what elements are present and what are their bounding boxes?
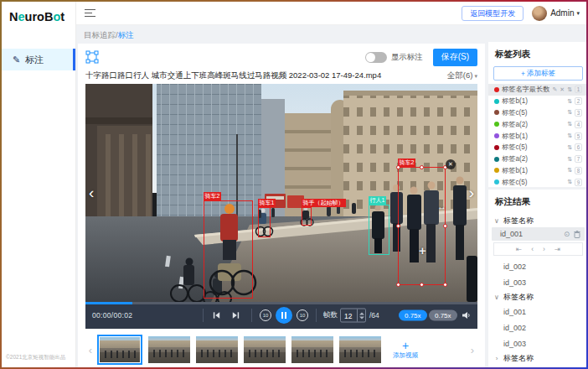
- thumbnail[interactable]: [244, 336, 286, 363]
- speed-pill-active[interactable]: 0.75x: [399, 310, 427, 321]
- add-video-button[interactable]: + 添加视频: [386, 340, 425, 360]
- sort-icon[interactable]: ⇅: [567, 167, 572, 174]
- progress-bar[interactable]: [85, 302, 477, 304]
- bbox-pedestrian-1[interactable]: 行人1: [369, 205, 389, 255]
- avatar[interactable]: [532, 6, 547, 21]
- label-order: 5: [575, 133, 582, 140]
- sort-icon[interactable]: ⇅: [567, 121, 572, 127]
- result-item[interactable]: id_002: [493, 320, 583, 335]
- result-group-header[interactable]: ∨ 标签名称: [493, 214, 583, 227]
- step-down-icon[interactable]: [359, 316, 364, 319]
- seek-back-10-icon[interactable]: 10: [260, 309, 271, 321]
- result-item[interactable]: id_003: [493, 274, 583, 290]
- breadcrumb-parent[interactable]: 目标追踪: [84, 30, 116, 39]
- bbox-selected[interactable]: 骑车2 ✕: [398, 167, 446, 285]
- sort-icon[interactable]: ⇅: [567, 109, 572, 116]
- result-item[interactable]: id_003: [493, 335, 583, 351]
- thumbnail-selected[interactable]: [97, 335, 142, 365]
- result-group-header[interactable]: ∨ 标签名称: [493, 290, 583, 304]
- video-title: 十字路口路口行人 城市交通上下班高峰斑马线过马路视频 2022-03-02 17…: [85, 70, 381, 81]
- trash-icon[interactable]: [574, 231, 580, 238]
- resize-handle[interactable]: [396, 165, 400, 169]
- sort-icon[interactable]: ⇅: [567, 86, 572, 93]
- edit-label-icon[interactable]: ✎: [552, 86, 557, 93]
- breadcrumb-current[interactable]: 标注: [118, 30, 134, 39]
- sort-icon[interactable]: ⇅: [567, 98, 572, 105]
- filter-dropdown[interactable]: 全部(6)▾: [447, 70, 477, 81]
- caret-down-icon[interactable]: ▾: [576, 10, 580, 17]
- result-item-selected[interactable]: id_001 ⊙: [492, 227, 585, 241]
- add-label-button[interactable]: + 添加标签: [493, 66, 583, 81]
- next-frame-icon[interactable]: ›: [543, 245, 545, 253]
- label-row[interactable]: 标签b(1) ⇅ 8: [488, 165, 586, 177]
- bbox-label: 骑车2: [204, 192, 222, 200]
- locate-icon[interactable]: ⊙: [564, 230, 570, 238]
- show-annotations-toggle[interactable]: [365, 52, 387, 63]
- first-frame-icon[interactable]: ⇤: [516, 245, 522, 253]
- video-canvas[interactable]: 骑车2 骑车1 骑手（起始帧） 行人1 骑车2 ✕: [85, 84, 477, 302]
- step-up-icon[interactable]: [359, 312, 364, 314]
- label-row[interactable]: 标签b(1) ⇅ 5: [488, 130, 586, 142]
- filmstrip-left-icon[interactable]: ‹: [85, 344, 95, 356]
- thumbnail[interactable]: [196, 336, 238, 363]
- label-row[interactable]: 标签名字最长数... ✎ ✕ ⇅ 1: [488, 84, 586, 96]
- label-row[interactable]: 标签b(1) ⇅ 2: [488, 96, 586, 107]
- thumbnail[interactable]: [291, 336, 333, 363]
- pause-button[interactable]: [276, 307, 292, 324]
- resize-handle[interactable]: [420, 165, 424, 169]
- sort-icon[interactable]: ⇅: [567, 179, 572, 185]
- frame-number-stepper[interactable]: [340, 309, 366, 323]
- resize-handle[interactable]: [443, 283, 447, 287]
- label-row[interactable]: 标签c(5) ⇅ 9: [488, 176, 586, 188]
- next-video-arrow[interactable]: ›: [469, 184, 474, 200]
- next-frame-icon[interactable]: [231, 311, 240, 320]
- last-frame-icon[interactable]: ⇥: [554, 245, 560, 253]
- label-row[interactable]: 标签c(5) ⇅ 3: [488, 107, 586, 119]
- result-group-header[interactable]: › 标签名称: [493, 351, 583, 365]
- prev-frame-icon[interactable]: [212, 311, 221, 320]
- seek-forward-10-icon[interactable]: 10: [297, 309, 308, 321]
- label-order: 7: [575, 155, 582, 163]
- delete-label-icon[interactable]: ✕: [560, 86, 565, 93]
- resize-handle[interactable]: [443, 224, 447, 228]
- result-item[interactable]: id_002: [493, 258, 583, 274]
- prev-frame-icon[interactable]: ‹: [531, 245, 534, 253]
- result-item[interactable]: id_001: [493, 304, 583, 320]
- filter-label: 全部(6): [447, 70, 473, 80]
- sort-icon[interactable]: ⇅: [567, 156, 572, 163]
- annotation-results-panel: 标注结果 ∨ 标签名称 id_001 ⊙ ⇤ ‹ › ⇥ id_002 id_0…: [488, 190, 586, 367]
- bbox-label: 行人1: [369, 196, 387, 205]
- save-button[interactable]: 保存(S): [433, 49, 477, 66]
- sort-icon[interactable]: ⇅: [567, 133, 572, 139]
- label-color-dot: [494, 87, 499, 92]
- menu-fold-icon[interactable]: [85, 7, 95, 19]
- result-id: id_001: [500, 230, 523, 238]
- label-row[interactable]: 标签a(2) ⇅ 7: [488, 153, 586, 165]
- back-to-model-dev-button[interactable]: 返回模型开发: [462, 6, 524, 21]
- stepper-arrows[interactable]: [357, 309, 365, 322]
- add-label-text: 添加标签: [527, 69, 555, 79]
- label-row[interactable]: 标签a(2) ⇅ 4: [488, 118, 586, 130]
- thumbnail[interactable]: [148, 336, 190, 363]
- label-row[interactable]: 标签c(5) ⇅ 6: [488, 142, 586, 153]
- resize-handle[interactable]: [396, 224, 400, 228]
- bbox-tool-icon[interactable]: [85, 50, 99, 64]
- frame-number-input[interactable]: [341, 309, 357, 322]
- sidebar-item-annotate[interactable]: ✎ 标注: [2, 49, 75, 70]
- speed-pill[interactable]: 0.75x: [429, 310, 457, 321]
- delete-box-icon[interactable]: ✕: [446, 159, 456, 169]
- sort-icon[interactable]: ⇅: [567, 144, 572, 151]
- bbox-cyclist-2[interactable]: 骑车2: [204, 200, 253, 299]
- user-name[interactable]: Admin: [550, 8, 574, 18]
- bbox-rider-start-frame[interactable]: 骑手（起始帧）: [302, 207, 312, 226]
- filmstrip-right-icon[interactable]: ›: [467, 344, 477, 356]
- resize-handle[interactable]: [420, 283, 424, 287]
- prev-video-arrow[interactable]: ‹: [89, 184, 94, 200]
- top-header: 返回模型开发 Admin ▾: [76, 2, 586, 25]
- label-order: 8: [575, 167, 582, 174]
- volume-icon[interactable]: [461, 310, 471, 320]
- thumbnail[interactable]: [339, 336, 381, 363]
- bbox-cyclist-1[interactable]: 骑车1: [258, 207, 271, 237]
- resize-handle[interactable]: [396, 283, 400, 287]
- label-name: 标签a(2): [502, 154, 565, 164]
